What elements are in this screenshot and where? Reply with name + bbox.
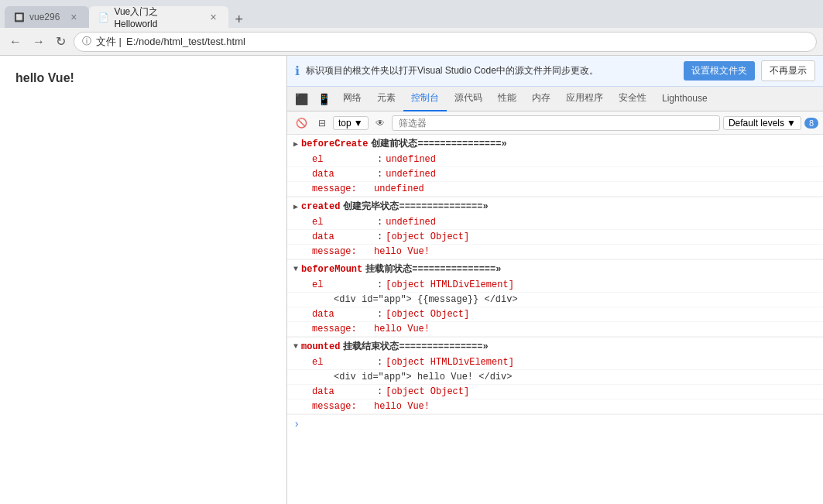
log-val: [object HTMLDivElement] bbox=[386, 279, 514, 290]
log-line-indent: <div id="app"> {{message}} </div> bbox=[287, 293, 823, 307]
log-line: el : undefined bbox=[287, 215, 823, 230]
log-line: data : [object Object] bbox=[287, 230, 823, 245]
group-label-beforecreate: beforeCreate bbox=[301, 139, 368, 149]
log-line: message: undefined bbox=[287, 182, 823, 197]
console-toolbar: 🚫 ⊟ top ▼ 👁 Default levels ▼ 8 bbox=[287, 111, 823, 135]
levels-label: Default levels bbox=[729, 118, 784, 129]
tab-elements[interactable]: 元素 bbox=[369, 87, 403, 111]
bottom-arrow[interactable]: › bbox=[287, 415, 823, 434]
log-group-header-beforecreate[interactable]: ▶ beforeCreate 创建前状态===============» bbox=[287, 135, 823, 153]
tab-security[interactable]: 安全性 bbox=[611, 87, 654, 111]
log-val: [object Object] bbox=[386, 309, 469, 320]
log-line: el : undefined bbox=[287, 153, 823, 167]
console-output: ▶ beforeCreate 创建前状态===============» el … bbox=[287, 135, 823, 504]
log-val: hello Vue! bbox=[374, 401, 430, 412]
tab-memory[interactable]: 内存 bbox=[524, 87, 558, 111]
log-sep: : bbox=[377, 154, 382, 165]
log-val: undefined bbox=[386, 169, 436, 180]
top-label: top bbox=[338, 118, 351, 129]
log-val-black: <div id="app"> {{message}} </div> bbox=[334, 294, 518, 305]
forward-button[interactable]: → bbox=[29, 33, 48, 50]
address-bar[interactable]: ⓘ 文件 | E:/node/html_test/test.html bbox=[74, 32, 817, 52]
log-prop: el bbox=[312, 217, 374, 228]
log-prop: message: bbox=[312, 401, 374, 412]
levels-dropdown-icon: ▼ bbox=[787, 118, 796, 129]
log-line: message: hello Vue! bbox=[287, 322, 823, 337]
tab-label-vue296: vue296 bbox=[29, 12, 60, 22]
group-text-created: 创建完毕状态===============» bbox=[343, 200, 488, 213]
tab-close-vue296[interactable]: × bbox=[67, 11, 80, 23]
triangle-beforemount: ▼ bbox=[293, 265, 298, 273]
filter-input[interactable] bbox=[392, 115, 720, 131]
tab-lighthouse[interactable]: Lighthouse bbox=[654, 87, 715, 111]
log-val-black: <div id="app"> hello Vue! </div> bbox=[334, 372, 512, 382]
info-bar: ℹ 标识项目的根文件夹以打开Visual Studio Code中的源文件并同步… bbox=[287, 56, 823, 87]
log-prop: message: bbox=[312, 246, 374, 257]
back-button[interactable]: ← bbox=[6, 33, 25, 50]
log-group-header-created[interactable]: ▶ created 创建完毕状态===============» bbox=[287, 197, 823, 215]
log-val: [object Object] bbox=[386, 386, 469, 397]
log-line: data : undefined bbox=[287, 167, 823, 182]
log-prop: data bbox=[312, 386, 374, 397]
page-content: hello Vue! bbox=[0, 56, 286, 504]
log-sep: : bbox=[377, 309, 382, 320]
group-label-beforemount: beforeMount bbox=[301, 264, 362, 275]
triangle-created: ▶ bbox=[293, 202, 298, 211]
log-group-header-mounted[interactable]: ▼ mounted 挂载结束状态===============» bbox=[287, 338, 823, 355]
log-prop: el bbox=[312, 357, 374, 368]
tab-console[interactable]: 控制台 bbox=[403, 87, 447, 111]
log-sep: : bbox=[377, 386, 382, 397]
reload-button[interactable]: ↻ bbox=[53, 33, 69, 50]
address-info-icon: ⓘ bbox=[82, 35, 91, 48]
info-message: 标识项目的根文件夹以打开Visual Studio Code中的源文件并同步更改… bbox=[306, 64, 677, 77]
group-text-mounted: 挂载结束状态===============» bbox=[343, 340, 488, 353]
context-dropdown-icon: ▼ bbox=[354, 118, 363, 129]
log-val: undefined bbox=[386, 217, 436, 228]
log-val: undefined bbox=[374, 183, 424, 194]
tab-sources[interactable]: 源代码 bbox=[447, 87, 490, 111]
log-sep: : bbox=[377, 217, 382, 228]
address-text: E:/node/html_test/test.html bbox=[126, 36, 245, 47]
group-text-beforemount: 挂载前状态===============» bbox=[365, 262, 501, 276]
address-prefix: 文件 | bbox=[96, 35, 122, 49]
log-line: data : [object Object] bbox=[287, 307, 823, 322]
devtools-panel: ℹ 标识项目的根文件夹以打开Visual Studio Code中的源文件并同步… bbox=[286, 56, 823, 504]
log-group-beforecreate: ▶ beforeCreate 创建前状态===============» el … bbox=[287, 135, 823, 197]
hello-text: hello Vue! bbox=[15, 71, 74, 84]
tab-icon-vue296: 🔲 bbox=[14, 12, 25, 22]
group-text-beforecreate: 创建前状态===============» bbox=[371, 137, 506, 150]
log-prop: message: bbox=[312, 183, 374, 194]
clear-console-button[interactable]: 🚫 bbox=[292, 115, 311, 131]
levels-selector[interactable]: Default levels ▼ bbox=[723, 116, 801, 130]
collapse-button[interactable]: ⊟ bbox=[314, 115, 330, 131]
log-sep: : bbox=[377, 169, 382, 180]
log-line: el : [object HTMLDivElement] bbox=[287, 278, 823, 293]
context-selector[interactable]: top ▼ bbox=[333, 116, 369, 130]
dock-icon[interactable]: ⬛ bbox=[290, 93, 313, 105]
log-prop: data bbox=[312, 231, 374, 242]
log-prop: message: bbox=[312, 324, 374, 334]
log-val: [object Object] bbox=[386, 231, 469, 242]
tab-network[interactable]: 网络 bbox=[335, 87, 369, 111]
tab-label-helloworld: Vue入门之Helloworld bbox=[114, 5, 199, 29]
log-group-header-beforemount[interactable]: ▼ beforeMount 挂载前状态===============» bbox=[287, 260, 823, 278]
tab-vue296[interactable]: 🔲 vue296 × bbox=[5, 6, 89, 28]
log-prop: data bbox=[312, 309, 374, 320]
log-prop: data bbox=[312, 169, 374, 180]
tab-close-helloworld[interactable]: × bbox=[207, 11, 220, 23]
new-tab-button[interactable]: + bbox=[228, 12, 249, 28]
log-val: [object HTMLDivElement] bbox=[386, 357, 514, 368]
tab-performance[interactable]: 性能 bbox=[490, 87, 524, 111]
log-line: data : [object Object] bbox=[287, 385, 823, 399]
eye-button[interactable]: 👁 bbox=[372, 115, 389, 131]
device-icon[interactable]: 📱 bbox=[313, 93, 335, 105]
tab-helloworld[interactable]: 📄 Vue入门之Helloworld × bbox=[89, 6, 228, 28]
group-label-mounted: mounted bbox=[301, 341, 340, 352]
log-group-mounted: ▼ mounted 挂载结束状态===============» el : [o… bbox=[287, 338, 823, 415]
tab-application[interactable]: 应用程序 bbox=[558, 87, 611, 111]
dismiss-button[interactable]: 不再显示 bbox=[761, 60, 815, 81]
set-root-button[interactable]: 设置根文件夹 bbox=[684, 61, 755, 81]
log-line-indent: <div id="app"> hello Vue! </div> bbox=[287, 370, 823, 385]
log-group-created: ▶ created 创建完毕状态===============» el : un… bbox=[287, 197, 823, 260]
log-sep: : bbox=[377, 231, 382, 242]
